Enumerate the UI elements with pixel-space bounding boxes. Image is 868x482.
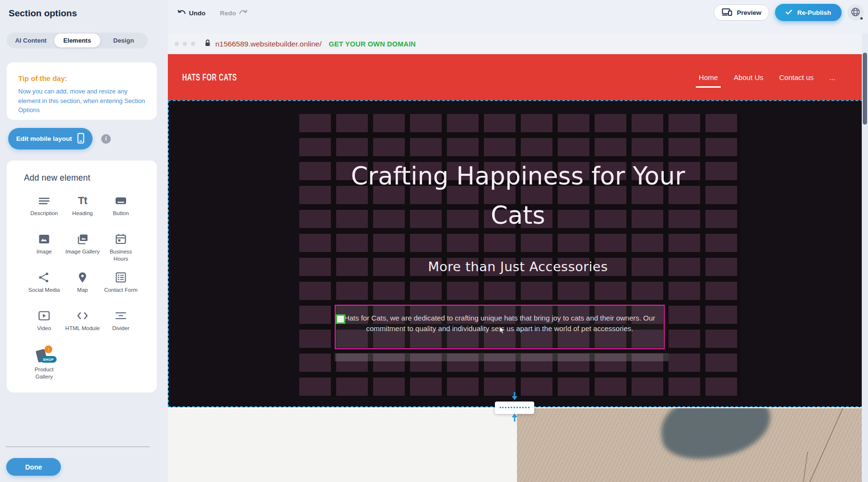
add-new-element-title: Add new element (7, 173, 157, 183)
panel-tabs: AI Content Elements Design (7, 33, 148, 48)
social-media-icon (38, 270, 50, 285)
section-resize-handle[interactable] (495, 402, 534, 414)
lock-icon (205, 39, 211, 48)
element-description[interactable]: Description (25, 194, 63, 232)
hero-heading[interactable]: Crafting Happiness for Your Cats (169, 157, 867, 235)
map-pin-icon (76, 270, 89, 285)
image-gallery-icon (76, 232, 89, 246)
element-map[interactable]: Map (63, 270, 102, 309)
window-dots (175, 42, 195, 46)
element-business-hours[interactable]: Business Hours (102, 232, 140, 270)
phone-icon (77, 133, 84, 145)
site-preview-stage: n1566589.websitebuilder.online/ GET YOUR… (168, 34, 868, 482)
element-product-gallery[interactable]: ↑ SHOP Product Gallery (25, 347, 63, 385)
scrollbar-track[interactable] (862, 34, 868, 482)
tab-design[interactable]: Design (100, 34, 147, 47)
mobile-layout-row: Edit mobile layout i (8, 128, 111, 149)
site-nav: Home About Us Contact us ... (699, 54, 835, 100)
nav-contact-us[interactable]: Contact us (779, 73, 814, 81)
upload-arrow-badge: ↑ (45, 345, 52, 353)
element-heading[interactable]: Tt Heading (63, 194, 102, 232)
resize-arrow-down-icon (511, 392, 518, 402)
topbar: Undo Redo Preview Re-Publish (168, 0, 868, 34)
element-grid: Description Tt Heading Button Image Imag… (25, 194, 140, 385)
element-drag-handle[interactable] (336, 314, 345, 324)
done-button[interactable]: Done (6, 458, 61, 476)
html-code-icon (76, 309, 89, 323)
globe-icon (851, 7, 860, 18)
hero-section-selected[interactable]: Crafting Happiness for Your Cats More th… (168, 100, 868, 407)
hero-subheading[interactable]: More than Just Accessories (169, 259, 867, 274)
element-video[interactable]: Video (25, 309, 63, 347)
next-section-white-column (168, 408, 517, 482)
element-button[interactable]: Button (102, 194, 140, 232)
mouse-cursor (499, 326, 505, 336)
get-your-own-domain-link[interactable]: GET YOUR OWN DOMAIN (328, 40, 416, 48)
tip-title: Tip of the day: (18, 74, 148, 82)
preview-label: Preview (737, 9, 761, 16)
element-html-module[interactable]: HTML Module (63, 309, 102, 347)
tip-body: Now you can add, move and resize any ele… (18, 87, 148, 115)
next-section-floor-image (517, 408, 868, 482)
next-section[interactable] (168, 407, 868, 482)
redo-icon (239, 9, 247, 17)
element-image[interactable]: Image (25, 232, 63, 270)
info-icon[interactable]: i (101, 134, 111, 144)
tab-elements[interactable]: Elements (54, 34, 101, 47)
undo-icon (177, 9, 186, 17)
section-options-panel: Section options AI Content Elements Desi… (0, 0, 168, 482)
floor-line (808, 408, 845, 482)
element-image-gallery[interactable]: Image Gallery (63, 232, 102, 270)
contact-form-icon (115, 270, 127, 285)
check-icon (786, 9, 792, 16)
site-logo[interactable]: HATS FOR CATS (182, 72, 237, 82)
add-new-element-panel: Add new element Description Tt Heading B… (7, 161, 157, 392)
undo-button[interactable]: Undo (177, 9, 206, 17)
cat-shadow (657, 408, 775, 464)
nav-more[interactable]: ... (829, 73, 835, 81)
republish-label: Re-Publish (797, 9, 831, 16)
product-gallery-icon: ↑ SHOP (35, 347, 53, 364)
heading-icon: Tt (78, 194, 87, 208)
edit-mobile-layout-label: Edit mobile layout (16, 135, 72, 142)
sidebar-divider (6, 447, 150, 447)
devices-icon (722, 8, 732, 17)
element-hover-highlight (335, 353, 669, 361)
business-hours-icon (115, 232, 127, 246)
site-header: HATS FOR CATS Home About Us Contact us .… (168, 54, 868, 100)
button-icon (115, 194, 127, 208)
resize-arrow-up-icon (511, 413, 518, 424)
resize-dotted-line (500, 407, 529, 408)
divider-icon (115, 309, 127, 323)
scrollbar-thumb[interactable] (863, 53, 867, 125)
description-icon (38, 194, 50, 208)
tab-ai-content[interactable]: AI Content (8, 34, 54, 47)
element-divider[interactable]: Divider (102, 309, 140, 347)
browser-bar: n1566589.websitebuilder.online/ GET YOUR… (168, 34, 868, 54)
language-globe-button[interactable] (847, 4, 864, 21)
nav-about-us[interactable]: About Us (734, 73, 763, 81)
preview-button[interactable]: Preview (714, 4, 769, 21)
floor-line (797, 452, 808, 482)
panel-title: Section options (9, 8, 77, 19)
redo-button[interactable]: Redo (220, 9, 248, 17)
nav-home[interactable]: Home (699, 73, 718, 81)
undo-label: Undo (189, 10, 206, 17)
notification-dot (860, 17, 863, 20)
edit-mobile-layout-button[interactable]: Edit mobile layout (8, 128, 93, 149)
tip-card: Tip of the day: Now you can add, move an… (7, 62, 157, 120)
element-social-media[interactable]: Social Media (25, 270, 63, 309)
republish-button[interactable]: Re-Publish (775, 4, 842, 21)
image-icon (38, 232, 50, 246)
element-contact-form[interactable]: Contact Form (102, 270, 140, 309)
site-url: n1566589.websitebuilder.online/ (215, 40, 321, 48)
shop-badge: SHOP (40, 356, 57, 363)
redo-label: Redo (220, 10, 236, 17)
video-icon (38, 309, 50, 323)
